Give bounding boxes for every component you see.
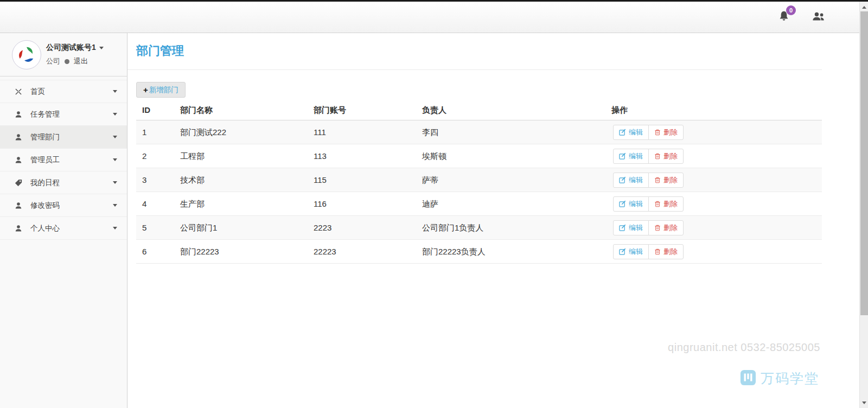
account-dropdown[interactable]: 公司测试账号1 <box>46 43 104 53</box>
sidebar-item-employees[interactable]: 管理员工 <box>0 149 127 171</box>
sidebar-item-profile[interactable]: 个人中心 <box>0 217 127 240</box>
edit-button[interactable]: 编辑 <box>613 220 649 235</box>
user-icon <box>14 110 23 119</box>
vertical-scrollbar[interactable] <box>859 2 868 408</box>
trash-icon <box>654 200 661 207</box>
cell-id: 1 <box>136 120 174 144</box>
sidebar-item-label: 修改密码 <box>30 201 113 211</box>
table-row: 2 工程部 113 埃斯顿 编辑 删除 <box>136 144 822 168</box>
table-row: 4 生产部 116 迪萨 编辑 删除 <box>136 192 822 216</box>
table-row: 6 部门22223 22223 部门22223负责人 编辑 删除 <box>136 240 822 264</box>
sidebar-item-label: 个人中心 <box>30 224 113 233</box>
cell-id: 6 <box>136 240 174 263</box>
edit-button[interactable]: 编辑 <box>613 149 649 164</box>
sidebar-item-home[interactable]: 首页 <box>0 80 127 103</box>
row-actions: 编辑 删除 <box>613 125 684 140</box>
users-menu-button[interactable] <box>812 10 826 24</box>
swirl-logo-icon <box>16 44 37 66</box>
triangle-up-icon <box>862 6 866 9</box>
delete-button[interactable]: 删除 <box>648 125 684 140</box>
edit-button[interactable]: 编辑 <box>613 196 649 212</box>
sidebar: 公司测试账号1 公司 退出 首页 <box>0 33 127 408</box>
cell-manager: 埃斯顿 <box>416 144 605 168</box>
edit-icon <box>619 248 626 255</box>
chevron-down-icon <box>113 204 117 207</box>
edit-icon <box>619 152 626 160</box>
edit-icon <box>619 200 626 207</box>
edit-button[interactable]: 编辑 <box>613 173 649 188</box>
app-window: 0 公司测试账号1 公司 <box>0 0 868 408</box>
chevron-down-icon <box>113 158 117 161</box>
trash-icon <box>654 224 661 231</box>
cell-manager: 公司部门1负责人 <box>416 216 605 239</box>
trash-icon <box>654 176 661 183</box>
table-row: 1 部门测试222 111 李四 编辑 删除 <box>136 120 822 144</box>
sidebar-item-departments[interactable]: 管理部门 <box>0 126 127 149</box>
sidebar-item-tasks[interactable]: 任务管理 <box>0 103 127 126</box>
brand-name: 万码学堂 <box>761 369 819 387</box>
cell-manager: 迪萨 <box>416 192 605 215</box>
scroll-down-button[interactable] <box>860 398 868 407</box>
col-header-account: 部门账号 <box>308 102 416 120</box>
cell-account: 113 <box>308 144 416 168</box>
triangle-down-icon <box>862 401 866 404</box>
sidebar-item-label: 管理员工 <box>30 155 113 165</box>
col-header-actions: 操作 <box>605 102 822 120</box>
row-actions: 编辑 删除 <box>613 149 684 164</box>
scroll-up-button[interactable] <box>860 3 868 11</box>
delete-button[interactable]: 删除 <box>648 196 684 212</box>
plus-icon: + <box>143 85 148 94</box>
chevron-down-icon <box>113 136 117 138</box>
cell-name: 生产部 <box>174 192 308 215</box>
user-icon <box>14 133 23 142</box>
tag-icon <box>14 178 23 187</box>
delete-button[interactable]: 删除 <box>648 173 684 188</box>
cell-account: 2223 <box>308 216 416 239</box>
main-content: 部门管理 + 新增部门 ID 部门名称 部门账号 负责人 操作 1 部门测试22… <box>127 33 859 408</box>
cell-actions: 编辑 删除 <box>605 144 822 168</box>
chevron-down-icon <box>113 113 117 116</box>
logout-link[interactable]: 退出 <box>74 56 88 66</box>
edit-icon <box>619 129 626 136</box>
org-label: 公司 <box>46 56 60 66</box>
cell-name: 部门22223 <box>174 240 308 263</box>
edit-button[interactable]: 编辑 <box>613 125 649 140</box>
delete-button[interactable]: 删除 <box>648 244 684 259</box>
chevron-down-icon <box>113 181 117 184</box>
users-icon <box>812 11 826 23</box>
notifications-button[interactable]: 0 <box>777 10 791 24</box>
status-dot-icon <box>65 59 69 64</box>
table-header: ID 部门名称 部门账号 负责人 操作 <box>136 102 822 120</box>
cell-id: 2 <box>136 144 174 168</box>
col-header-id: ID <box>136 102 174 120</box>
user-icon <box>14 224 23 233</box>
add-department-button[interactable]: + 新增部门 <box>136 82 186 98</box>
edit-icon <box>619 224 626 231</box>
delete-button[interactable]: 删除 <box>648 149 684 164</box>
cell-id: 3 <box>136 168 174 192</box>
edit-button[interactable]: 编辑 <box>613 244 649 259</box>
row-actions: 编辑 删除 <box>613 244 684 259</box>
scrollbar-thumb[interactable] <box>860 11 868 315</box>
account-name: 公司测试账号1 <box>46 43 96 53</box>
sidebar-item-label: 我的日程 <box>30 178 113 188</box>
table-row: 3 技术部 115 萨蒂 编辑 删除 <box>136 168 822 192</box>
cell-manager: 部门22223负责人 <box>416 240 605 263</box>
sidebar-item-schedule[interactable]: 我的日程 <box>0 171 127 194</box>
row-actions: 编辑 删除 <box>613 196 684 212</box>
cell-id: 4 <box>136 192 174 215</box>
chevron-down-icon <box>113 227 117 229</box>
cell-actions: 编辑 删除 <box>605 168 822 192</box>
page-title: 部门管理 <box>136 43 859 59</box>
delete-button[interactable]: 删除 <box>648 220 684 235</box>
chevron-down-icon <box>113 90 117 93</box>
cell-name: 公司部门1 <box>174 216 308 239</box>
user-icon <box>14 156 23 164</box>
cell-name: 工程部 <box>174 144 308 168</box>
sidebar-item-password[interactable]: 修改密码 <box>0 194 127 217</box>
col-header-name: 部门名称 <box>174 102 308 120</box>
chevron-down-icon <box>99 47 104 49</box>
cell-account: 115 <box>308 168 416 192</box>
watermark-brand: 万码学堂 <box>740 369 819 387</box>
departments-table: ID 部门名称 部门账号 负责人 操作 1 部门测试222 111 李四 编辑 … <box>136 102 822 264</box>
